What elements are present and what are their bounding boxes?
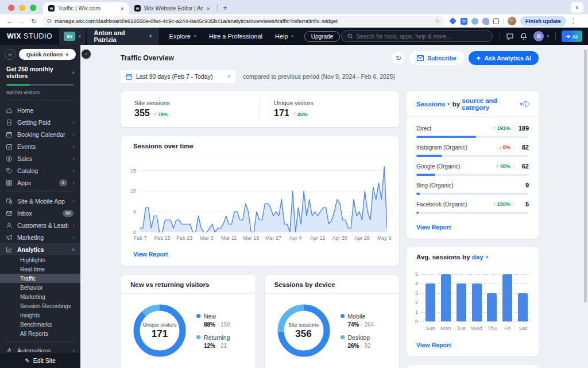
notifications-bell-icon[interactable] <box>520 32 528 40</box>
sidebar-item-getting-paid[interactable]: Getting Paid› <box>0 116 80 128</box>
back-icon[interactable]: ← <box>6 17 14 25</box>
sidebar-item-catalog[interactable]: Catalog› <box>0 164 80 177</box>
sidebar-item-marketing[interactable]: Marketing› <box>0 231 80 243</box>
upgrade-button[interactable]: Upgrade <box>304 31 340 42</box>
address-bar[interactable]: ⛭ manage.wix.com/dashboard/e618550e-0fec… <box>42 16 445 26</box>
automations-icon <box>6 347 13 352</box>
quick-actions-button[interactable]: Quick Actions∨ <box>19 49 76 60</box>
search-icon <box>347 33 353 39</box>
info-icon[interactable]: ⓘ <box>523 100 529 109</box>
extension-icon[interactable] <box>471 18 478 25</box>
sidebar-item-booking-calendar[interactable]: Booking Calendar› <box>0 128 80 140</box>
browser-profile-avatar[interactable] <box>508 17 516 25</box>
sidebar-item-marketing[interactable]: Marketing <box>0 292 80 301</box>
account-menu[interactable]: B ∨ <box>533 31 549 41</box>
source-name: Facebook (Organic) <box>416 201 467 208</box>
minimize-window-button[interactable] <box>19 5 25 11</box>
global-search-input[interactable] <box>356 33 486 40</box>
sidebar-item-all-reports[interactable]: All Reports <box>0 329 80 338</box>
view-report-link[interactable]: View Report <box>416 224 451 231</box>
site-info-icon[interactable]: ⛭ <box>47 18 51 24</box>
sidebar-item-apps[interactable]: Apps1› <box>0 177 80 189</box>
sidebar-item-real-time[interactable]: Real-time <box>0 264 80 274</box>
sidebar-item-site-mobile-app[interactable]: Site & Mobile App› <box>0 195 80 207</box>
sidebar-item-highlights[interactable]: Highlights <box>0 255 80 264</box>
visitors-goal-banner[interactable]: Get 250 monthly visitors› 88/250 visitor… <box>5 60 76 101</box>
finish-update-button[interactable]: Finish update <box>520 16 566 26</box>
kpi-card: Site sessions355↑ 78%Unique visitors171↑… <box>121 91 399 127</box>
bookmark-star-icon[interactable]: ☆ <box>435 18 440 24</box>
page-scrollbar[interactable] <box>584 49 587 302</box>
edit-site-button[interactable]: ✎ Edit Site <box>0 352 80 368</box>
dimension-dropdown[interactable]: source and category <box>462 97 518 111</box>
ai-assistant-button[interactable]: ✦AI <box>562 30 582 42</box>
ai-label: AI <box>572 33 578 40</box>
nav-hire-a-professional[interactable]: Hire a Professional <box>203 33 268 40</box>
sidebar-item-inbox[interactable]: Inbox50 <box>0 207 80 219</box>
sidebar-item-behavior[interactable]: Behavior <box>0 283 80 292</box>
forward-icon[interactable]: → <box>18 17 26 25</box>
reload-icon[interactable]: ↻ <box>30 17 38 25</box>
view-report-link[interactable]: View Report <box>416 342 451 348</box>
close-icon[interactable]: × <box>121 5 124 12</box>
marketing-icon <box>6 234 13 241</box>
nav-explore[interactable]: Explore∨ <box>164 33 202 40</box>
kpi-label: Site sessions <box>134 99 246 106</box>
subscribe-button[interactable]: Subscribe <box>409 51 464 65</box>
sidebar-item-label: Real-time <box>20 266 75 273</box>
sidebar-item-events[interactable]: Events› <box>0 140 80 152</box>
browser-menu-icon[interactable]: ⋮ <box>570 17 577 25</box>
day-dimension-dropdown[interactable]: day <box>472 254 483 260</box>
main-content: ‹ Traffic Overview ↻ Subscribe ✦Ask Anal… <box>80 45 588 368</box>
extension-icon[interactable]: D <box>461 18 467 25</box>
maximize-window-button[interactable] <box>30 5 36 11</box>
tab-separator <box>217 4 218 12</box>
global-search[interactable] <box>341 30 493 42</box>
bar-sat <box>518 293 528 321</box>
browser-tab-editor[interactable]: w Wix Website Editor | Anton an × <box>129 2 215 14</box>
chevron-right-icon: › <box>72 70 74 75</box>
chevron-right-icon: › <box>73 198 75 204</box>
sidebar-item-benchmarks[interactable]: Benchmarks <box>0 320 80 329</box>
new-tab-button[interactable]: + <box>219 2 231 13</box>
favorites-star-icon[interactable]: ☆ <box>5 49 16 60</box>
nav-help[interactable]: Help∨ <box>269 33 300 40</box>
window-controls[interactable] <box>5 5 43 14</box>
donut-legend: New88% · 150Returning12% · 21 <box>196 313 230 349</box>
sidebar-item-label: Apps <box>17 179 55 186</box>
sidebar-item-label: Catalog <box>17 167 68 174</box>
y-tick: 4 <box>415 281 418 286</box>
browser-tab-traffic[interactable]: w Traffic | Wix.com × <box>43 2 129 14</box>
extension-icon[interactable] <box>449 17 457 25</box>
date-range-picker[interactable]: Last 90 days (Feb 7 - Today) ∨ <box>121 70 235 83</box>
sidebar-item-label: Getting Paid <box>17 119 68 126</box>
site-name-dropdown[interactable]: Anton and Patrizia ∨ <box>87 28 158 45</box>
close-window-button[interactable] <box>8 5 14 11</box>
sidebar-item-session-recordings[interactable]: Session Recordings <box>0 301 80 310</box>
refresh-button[interactable]: ↻ <box>392 52 405 64</box>
tab-list-chevron-button[interactable]: ∨ <box>571 2 583 13</box>
sidebar-item-home[interactable]: Home <box>0 104 80 116</box>
workspace-switcher[interactable]: BV ∨ <box>59 28 86 45</box>
chat-icon[interactable] <box>506 32 514 40</box>
sidebar-item-insights[interactable]: Insights <box>0 310 80 320</box>
extension-icon[interactable] <box>482 18 489 25</box>
nav-label: Hire a Professional <box>209 33 262 40</box>
sidebar-collapse-button[interactable]: ‹ <box>82 49 91 59</box>
metric-dropdown[interactable]: Sessions <box>416 101 446 108</box>
sidebar-item-traffic[interactable]: Traffic <box>0 274 80 283</box>
sidebar-item-automations[interactable]: Automations› <box>0 344 80 352</box>
extensions-puzzle-icon[interactable] <box>493 18 499 24</box>
donut-center-value: 171 <box>152 328 168 340</box>
subscribe-label: Subscribe <box>427 55 457 62</box>
ask-analytics-ai-button[interactable]: ✦Ask Analytics AI <box>469 51 539 65</box>
view-report-link[interactable]: View Report <box>133 251 168 258</box>
url-text[interactable]: manage.wix.com/dashboard/e618550e-0fec-4… <box>55 18 431 24</box>
wix-studio-logo[interactable]: WIX STUDIO <box>7 32 52 40</box>
sidebar-item-analytics[interactable]: Analytics∧ <box>0 243 80 255</box>
close-icon[interactable]: × <box>207 5 210 12</box>
sidebar-item-sales[interactable]: Sales› <box>0 152 80 164</box>
sidebar-item-customers-leads[interactable]: Customers & Leads› <box>0 219 80 231</box>
kpi-site-sessions: Site sessions355↑ 78% <box>121 98 260 120</box>
chevron-right-icon: › <box>73 223 75 228</box>
